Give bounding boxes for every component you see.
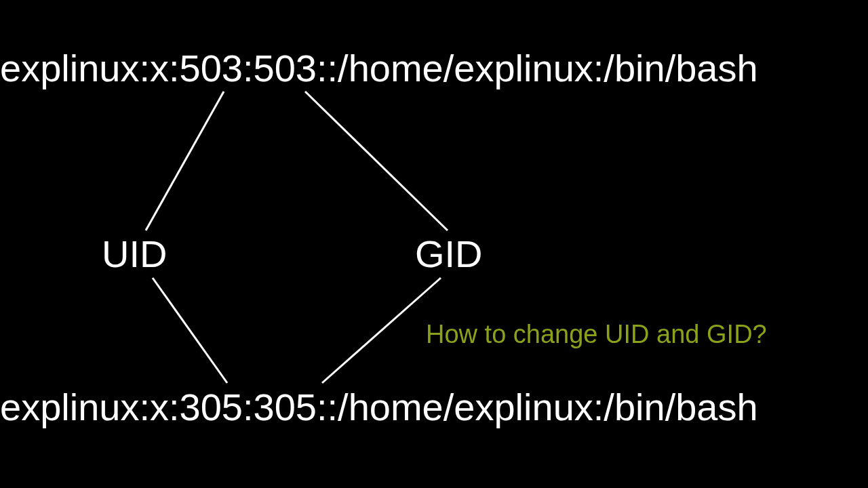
question-text: How to change UID and GID? xyxy=(426,320,767,349)
uid-label: UID xyxy=(102,232,167,276)
passwd-entry-bottom: explinux:x:305:305::/home/explinux:/bin/… xyxy=(0,385,758,429)
gid-label: GID xyxy=(415,232,483,276)
line-top-gid xyxy=(305,92,448,230)
passwd-entry-top: explinux:x:503:503::/home/explinux:/bin/… xyxy=(0,46,758,90)
line-bottom-uid xyxy=(153,278,227,383)
line-bottom-gid xyxy=(322,278,441,383)
line-top-uid xyxy=(146,92,224,230)
